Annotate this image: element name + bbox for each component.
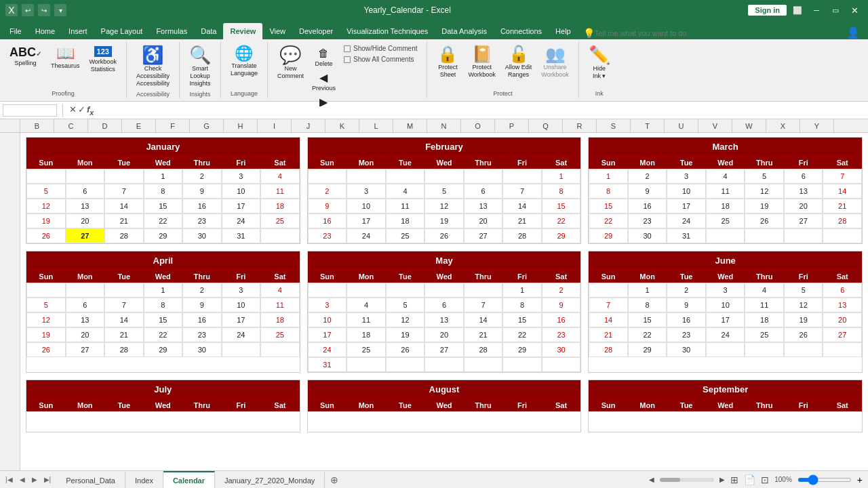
tab-index[interactable]: Index <box>125 471 163 488</box>
calendar-day[interactable]: 28 <box>502 228 542 243</box>
calendar-day[interactable]: 25 <box>347 342 386 357</box>
calendar-day[interactable]: 26 <box>784 327 823 342</box>
calendar-day[interactable]: 28 <box>589 342 628 357</box>
show-hide-checkbox[interactable] <box>344 45 351 52</box>
scroll-right-icon[interactable]: ▶ <box>719 476 725 483</box>
calendar-day[interactable]: 8 <box>144 184 183 199</box>
delete-comment-button[interactable]: 🗑 Delete <box>309 46 338 68</box>
calendar-day[interactable]: 11 <box>745 298 784 312</box>
spelling-button[interactable]: ABC✓ Spelling <box>5 43 45 70</box>
calendar-day[interactable]: 1 <box>144 283 183 298</box>
calendar-day[interactable]: 20 <box>784 199 823 214</box>
calendar-day[interactable]: 28 <box>104 228 144 243</box>
calendar-day[interactable]: 19 <box>26 214 66 228</box>
tab-developer[interactable]: Developer <box>292 23 340 39</box>
cancel-formula-icon[interactable]: ✕ <box>69 104 77 117</box>
calendar-day[interactable]: 4 <box>260 283 300 298</box>
tab-connections[interactable]: Connections <box>494 23 549 39</box>
calendar-day[interactable] <box>542 357 581 372</box>
calendar-day[interactable]: 26 <box>745 214 784 228</box>
calendar-day[interactable]: 26 <box>26 228 66 243</box>
calendar-day[interactable]: 19 <box>425 214 464 228</box>
scroll-left-icon[interactable]: ◀ <box>649 476 654 483</box>
previous-comment-button[interactable]: ◀ Previous <box>309 70 338 93</box>
calendar-day[interactable]: 31 <box>308 357 347 372</box>
calendar-day[interactable] <box>745 342 784 357</box>
calendar-day[interactable]: 1 <box>502 283 542 298</box>
page-break-button[interactable]: ⊡ <box>761 474 769 485</box>
calendar-day[interactable]: 2 <box>308 184 347 199</box>
calendar-day[interactable]: 6 <box>66 184 105 199</box>
tab-help[interactable]: Help <box>549 23 578 39</box>
normal-view-button[interactable]: ⊞ <box>730 474 738 485</box>
workbook-statistics-button[interactable]: 123 WorkbookStatistics <box>85 43 121 76</box>
calendar-day[interactable]: 26 <box>26 342 66 357</box>
sign-in-button[interactable]: Sign in <box>748 5 787 16</box>
col-header-e[interactable]: E <box>122 119 156 132</box>
calendar-day[interactable] <box>104 169 144 184</box>
col-header-o[interactable]: O <box>461 119 495 132</box>
calendar-day[interactable]: 3 <box>308 298 347 312</box>
tab-data-analysis[interactable]: Data Analysis <box>435 23 494 39</box>
col-header-s[interactable]: S <box>597 119 631 132</box>
calendar-day[interactable]: 25 <box>386 228 425 243</box>
calendar-day[interactable]: 13 <box>823 298 862 312</box>
calendar-day[interactable]: 27 <box>66 342 105 357</box>
calendar-day[interactable]: 23 <box>542 327 581 342</box>
calendar-day[interactable]: 22 <box>589 214 628 228</box>
calendar-day[interactable] <box>464 283 503 298</box>
calendar-day[interactable]: 3 <box>706 283 745 298</box>
calendar-day[interactable]: 4 <box>386 184 425 199</box>
calendar-day[interactable]: 22 <box>542 214 581 228</box>
calendar-day[interactable]: 14 <box>502 199 542 214</box>
sheet-content[interactable]: JanuarySunMonTueWedThruFriSat12345678910… <box>20 133 868 470</box>
calendar-day[interactable]: 11 <box>386 199 425 214</box>
redo-button[interactable]: ↪ <box>38 4 50 16</box>
calendar-day[interactable]: 17 <box>347 214 386 228</box>
col-header-p[interactable]: P <box>495 119 529 132</box>
calendar-day[interactable]: 22 <box>144 214 183 228</box>
calendar-day[interactable]: 15 <box>628 312 667 327</box>
calendar-day[interactable]: 20 <box>425 327 464 342</box>
calendar-day[interactable] <box>502 169 542 184</box>
calendar-day[interactable]: 24 <box>347 228 386 243</box>
calendar-day[interactable]: 12 <box>26 199 66 214</box>
calendar-day[interactable]: 26 <box>425 228 464 243</box>
calendar-day[interactable]: 18 <box>706 199 745 214</box>
tab-calendar[interactable]: Calendar <box>163 471 215 488</box>
calendar-day[interactable]: 18 <box>386 214 425 228</box>
formula-input[interactable] <box>96 106 865 115</box>
calendar-day[interactable]: 2 <box>667 283 706 298</box>
calendar-day[interactable]: 26 <box>386 342 425 357</box>
calendar-day[interactable]: 29 <box>542 228 581 243</box>
calendar-day[interactable] <box>347 169 386 184</box>
calendar-day[interactable]: 6 <box>66 298 105 312</box>
calendar-day[interactable]: 22 <box>502 327 542 342</box>
tab-data[interactable]: Data <box>194 23 223 39</box>
calendar-day[interactable]: 18 <box>260 312 300 327</box>
calendar-day[interactable]: 21 <box>502 214 542 228</box>
calendar-day[interactable]: 5 <box>425 184 464 199</box>
calendar-day[interactable]: 16 <box>182 199 222 214</box>
calendar-day[interactable]: 31 <box>222 228 261 243</box>
calendar-day[interactable] <box>745 228 784 243</box>
calendar-day[interactable] <box>386 169 425 184</box>
add-sheet-button[interactable]: ⊕ <box>325 471 344 488</box>
calendar-day[interactable]: 30 <box>542 342 581 357</box>
calendar-day[interactable]: 21 <box>104 327 144 342</box>
calendar-day[interactable]: 14 <box>104 199 144 214</box>
calendar-day[interactable]: 9 <box>182 184 222 199</box>
calendar-day[interactable]: 17 <box>222 312 261 327</box>
next-sheet-button[interactable]: ▶ <box>29 474 40 485</box>
calendar-day[interactable] <box>784 228 823 243</box>
tab-page-layout[interactable]: Page Layout <box>94 23 150 39</box>
tab-visualization[interactable]: Visualization Techniques <box>340 23 435 39</box>
qat-dropdown-button[interactable]: ▾ <box>54 4 66 16</box>
calendar-day[interactable] <box>386 357 425 372</box>
calendar-day[interactable] <box>502 357 542 372</box>
calendar-day[interactable]: 5 <box>26 298 66 312</box>
calendar-day[interactable]: 23 <box>628 214 667 228</box>
calendar-day[interactable]: 10 <box>308 312 347 327</box>
tab-formulas[interactable]: Formulas <box>149 23 194 39</box>
col-header-t[interactable]: T <box>631 119 665 132</box>
